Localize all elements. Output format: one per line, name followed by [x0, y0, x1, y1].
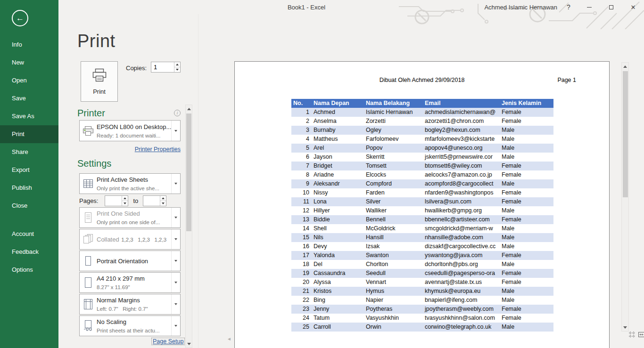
sidebar-item-new[interactable]: New: [0, 54, 58, 72]
printer-select-dropdown[interactable]: EPSON L800 on Desktop... Ready: 1 docume…: [79, 120, 181, 141]
back-button[interactable]: ←: [12, 10, 28, 26]
setting-subtitle: Left: 0.7" Right: 0.7": [97, 306, 148, 312]
table-cell: 3: [291, 126, 312, 135]
sidebar-item-save-as[interactable]: Save As: [0, 107, 58, 125]
table-cell: Cassaundra: [312, 269, 364, 278]
maximize-button[interactable]: [605, 1, 617, 13]
pages-to-increment[interactable]: [160, 196, 166, 201]
setting-scaling-dropdown[interactable]: No Scaling Print sheets at their actu...: [79, 316, 181, 336]
scroll-down-button[interactable]: [186, 340, 192, 348]
sidebar-item-save[interactable]: Save: [0, 89, 58, 107]
table-cell: Izsak: [364, 242, 423, 251]
table-row: 13BiddieBennellbbennellc@artisteer.comFe…: [291, 215, 553, 224]
setting-paper-size-dropdown[interactable]: A4 210 x 297 mm 8.27" x 11.69": [79, 272, 181, 293]
table-cell: azorzetti1@chron.com: [423, 117, 500, 126]
info-icon[interactable]: [174, 110, 181, 116]
table-cell: Chorlton: [364, 260, 423, 269]
table-row: 11LonaSilverlsilvera@sun.comFemale: [291, 197, 553, 206]
table-cell: aelcocks7@amazon.co.jp: [423, 170, 500, 179]
zoom-to-page-button[interactable]: [637, 331, 644, 338]
table-row: 7BridgetTomsettbtomsett6@wiley.comFemale: [291, 162, 553, 170]
minimize-button[interactable]: [583, 1, 595, 13]
table-cell: nfarden9@washingtonpos: [423, 188, 500, 197]
setting-orientation-dropdown[interactable]: Portrait Orientation: [79, 251, 181, 271]
collated-pages-icon: [80, 233, 97, 245]
excel-print-backstage: Book1 - Excel Achmed Islamic Hernawan ? …: [0, 0, 644, 348]
page-setup-link[interactable]: Page Setup: [151, 338, 185, 345]
backstage-sidebar: ← InfoNewOpenSaveSave AsPrintShareExport…: [0, 0, 58, 348]
copies-input[interactable]: [151, 62, 174, 72]
setting-duplex-dropdown[interactable]: Print One Sided Only print on one side o…: [79, 207, 181, 228]
table-cell: Anselma: [312, 117, 364, 126]
setting-what-to-print-dropdown[interactable]: Print Active Sheets Only print the activ…: [79, 173, 181, 194]
sidebar-item-print[interactable]: Print: [0, 125, 58, 143]
scroll-up-button[interactable]: [622, 63, 628, 70]
scrollbar-thumb[interactable]: [623, 71, 628, 197]
pages-from-input[interactable]: [105, 196, 122, 206]
pages-from-increment[interactable]: [122, 196, 128, 201]
table-cell: Vennart: [364, 278, 423, 287]
setting-subtitle: Print sheets at their actu...: [97, 328, 160, 333]
table-cell: hwallikerb@gmpg.org: [423, 206, 500, 215]
close-icon: ✕: [631, 4, 636, 11]
pages-from-decrement[interactable]: [122, 201, 128, 206]
pages-from-stepper: [105, 195, 128, 206]
dropdown-chevron: [171, 251, 180, 271]
column-header: Nama Belakang: [364, 99, 423, 108]
pages-to-input[interactable]: [143, 196, 160, 206]
table-cell: corwino@telegraph.co.uk: [423, 323, 500, 332]
page-title: Print: [77, 31, 116, 51]
printer-properties-link[interactable]: Printer Properties: [135, 146, 181, 153]
dropdown-chevron: [171, 208, 180, 227]
table-cell: Shell: [312, 224, 364, 233]
help-button[interactable]: ?: [562, 1, 575, 13]
sidebar-item-feedback[interactable]: Feedback: [0, 243, 58, 261]
table-row: 22BingNapierbnapierl@ifeng.comMale: [291, 296, 553, 305]
sidebar-item-export[interactable]: Export: [0, 161, 58, 179]
settings-column: Print Active Sheets Only print the activ…: [79, 173, 181, 337]
show-margins-button[interactable]: [628, 331, 636, 338]
dropdown-chevron: [171, 316, 180, 336]
table-cell: Farfolomeev: [364, 135, 423, 144]
table-row: 17YalondaSwantonyswantong@java.comFemale: [291, 251, 553, 260]
printer-name: EPSON L800 on Desktop...: [97, 123, 171, 130]
table-row: 16DevyIzsakdizsakf@cargocollective.ccMal…: [291, 242, 553, 251]
column-header: Jenis Kelamin: [500, 99, 553, 108]
scroll-up-button[interactable]: [186, 105, 192, 113]
zoom-to-page-icon: [638, 331, 644, 338]
scroll-down-button[interactable]: [622, 324, 628, 331]
setting-subtitle: 8.27" x 11.69": [97, 284, 130, 290]
sidebar-item-share[interactable]: Share: [0, 143, 58, 161]
sidebar-item-account[interactable]: Account: [0, 225, 58, 243]
setting-collation-dropdown[interactable]: Collated 1,2,3 1,2,3 1,2,3: [79, 229, 181, 250]
up-arrow-icon: [176, 64, 179, 65]
dropdown-chevron: [171, 273, 180, 292]
scroll-up-icon: [623, 65, 627, 68]
table-cell: 19: [291, 269, 312, 278]
copies-decrement-button[interactable]: [174, 67, 180, 72]
table-cell: 11: [291, 197, 312, 206]
pages-to-decrement[interactable]: [160, 201, 166, 206]
table-cell: Tomsett: [364, 162, 423, 170]
close-button[interactable]: ✕: [627, 1, 639, 13]
sidebar-item-open[interactable]: Open: [0, 72, 58, 89]
table-cell: khymusk@europa.eu: [423, 287, 500, 296]
table-cell: bbennellc@artisteer.com: [423, 215, 500, 224]
print-preview-page: Dibuat Oleh Achmed 29/09/2018 Page 1 No.…: [234, 61, 610, 348]
chevron-down-icon: [174, 303, 177, 305]
down-arrow-icon: [124, 202, 126, 204]
setting-margins-dropdown[interactable]: Normal Margins Left: 0.7" Right: 0.7": [79, 294, 181, 315]
table-cell: Elcocks: [364, 170, 423, 179]
table-cell: Kristos: [312, 287, 364, 296]
table-row: 23JennyPoytherasjpoytherasm@weebly.comFe…: [291, 305, 553, 314]
sidebar-item-info[interactable]: Info: [0, 36, 58, 54]
scrollbar-thumb[interactable]: [186, 113, 191, 231]
setting-title: Print One Sided: [97, 210, 140, 217]
account-user-name[interactable]: Achmed Islamic Hernawan: [484, 4, 557, 11]
sidebar-item-close[interactable]: Close: [0, 197, 58, 215]
copies-increment-button[interactable]: [174, 62, 180, 67]
sidebar-item-publish[interactable]: Publish: [0, 179, 58, 197]
previous-page-button[interactable]: ◄: [227, 336, 231, 341]
sidebar-item-options[interactable]: Options: [0, 261, 58, 279]
print-button[interactable]: Print: [81, 61, 118, 102]
